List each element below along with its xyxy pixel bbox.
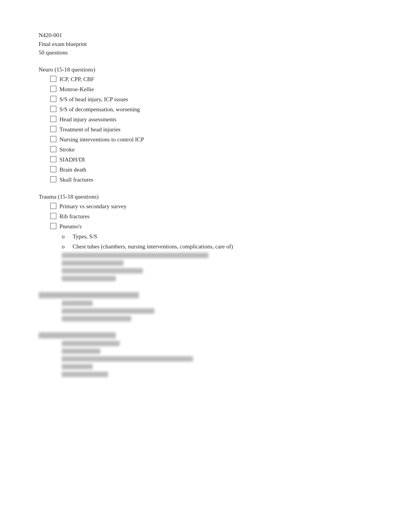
- list-item: S/S of head injury, ICP issues: [50, 95, 371, 104]
- item-label: Rib fractures: [59, 212, 90, 221]
- list-item: Monroe-Kellie: [50, 85, 371, 94]
- item-label: SIADH/DI: [59, 155, 85, 164]
- subtitle: Final exam blueprint: [39, 40, 371, 49]
- pneumo-sublist: Types, S/S Chest tubes (chambers, nursin…: [62, 232, 371, 251]
- blurred-line: [62, 276, 116, 281]
- bullet-icon: [50, 176, 56, 182]
- blurred-line: [62, 372, 108, 377]
- bullet-icon: [50, 203, 56, 209]
- bullet-icon: [50, 156, 56, 162]
- bullet-icon: [50, 96, 56, 102]
- blurred-subitems-2: [62, 301, 371, 321]
- item-label: Stroke: [59, 145, 75, 154]
- list-item: Rib fractures: [50, 212, 371, 221]
- list-item: Nursing interventions to control ICP: [50, 135, 371, 144]
- blurred-section-title: [39, 332, 116, 338]
- questions-total: 50 questions: [39, 48, 371, 57]
- item-label: S/S of head injury, ICP issues: [59, 95, 128, 104]
- blurred-line: [62, 260, 124, 266]
- trauma-title: Trauma (15-18 questions): [39, 194, 371, 200]
- list-item: Pneumo's: [50, 222, 371, 231]
- list-item: Stroke: [50, 145, 371, 154]
- bullet-icon: [50, 166, 56, 172]
- item-label: Brain death: [59, 165, 86, 174]
- list-item: Skull fractures: [50, 175, 371, 184]
- list-item: Treatment of head injuries: [50, 125, 371, 134]
- list-item: SIADH/DI: [50, 155, 371, 164]
- blurred-line: [62, 341, 120, 346]
- item-label: S/S of decompensation, worsening: [59, 105, 140, 114]
- blurred-line: [62, 308, 154, 314]
- list-item: S/S of decompensation, worsening: [50, 105, 371, 114]
- item-label: Monroe-Kellie: [59, 85, 94, 94]
- blurred-line: [62, 364, 93, 369]
- item-label: Treatment of head injuries: [59, 125, 120, 134]
- bullet-icon: [50, 223, 56, 229]
- blurred-section-3: [39, 332, 371, 377]
- neuro-section: Neuro (15-18 questions) ICP, CPP, CBF Mo…: [39, 66, 371, 184]
- blurred-line: [62, 268, 143, 274]
- item-label: Skull fractures: [59, 175, 93, 184]
- trauma-section: Trauma (15-18 questions) Primary vs seco…: [39, 194, 371, 377]
- blurred-section-title: [39, 292, 139, 298]
- bullet-icon: [50, 76, 56, 82]
- sub-list-item: Types, S/S: [62, 232, 371, 241]
- blurred-line: [62, 356, 193, 362]
- blurred-line: [62, 301, 93, 306]
- bullet-icon: [50, 213, 56, 219]
- list-item: Primary vs secondary survey: [50, 202, 371, 211]
- bullet-icon: [50, 126, 56, 132]
- sub-item-label: Chest tubes (chambers, nursing intervent…: [73, 242, 233, 251]
- item-label: Pneumo's: [59, 222, 82, 231]
- course-code: N420-001: [39, 31, 371, 40]
- header: N420-001 Final exam blueprint 50 questio…: [39, 31, 371, 57]
- item-label: Head injury assessments: [59, 115, 116, 124]
- blurred-line: [62, 348, 100, 354]
- bullet-icon: [50, 136, 56, 142]
- neuro-list: ICP, CPP, CBF Monroe-Kellie S/S of head …: [50, 75, 371, 184]
- list-item: Head injury assessments: [50, 115, 371, 124]
- sub-item-label: Types, S/S: [73, 232, 97, 241]
- list-item: Brain death: [50, 165, 371, 174]
- blurred-line: [62, 253, 208, 258]
- blurred-subitems-3: [62, 341, 371, 377]
- bullet-icon: [50, 116, 56, 122]
- bullet-icon: [50, 106, 56, 112]
- blurred-line: [62, 316, 131, 321]
- sub-list-item: Chest tubes (chambers, nursing intervent…: [62, 242, 371, 251]
- item-label: Nursing interventions to control ICP: [59, 135, 144, 144]
- list-item: ICP, CPP, CBF: [50, 75, 371, 84]
- blurred-content-1: [62, 253, 371, 281]
- item-label: Primary vs secondary survey: [59, 202, 127, 211]
- bullet-icon: [50, 146, 56, 152]
- trauma-list: Primary vs secondary survey Rib fracture…: [50, 202, 371, 231]
- blurred-section-2: [39, 292, 371, 321]
- item-label: ICP, CPP, CBF: [59, 75, 94, 84]
- neuro-title: Neuro (15-18 questions): [39, 66, 371, 73]
- bullet-icon: [50, 86, 56, 92]
